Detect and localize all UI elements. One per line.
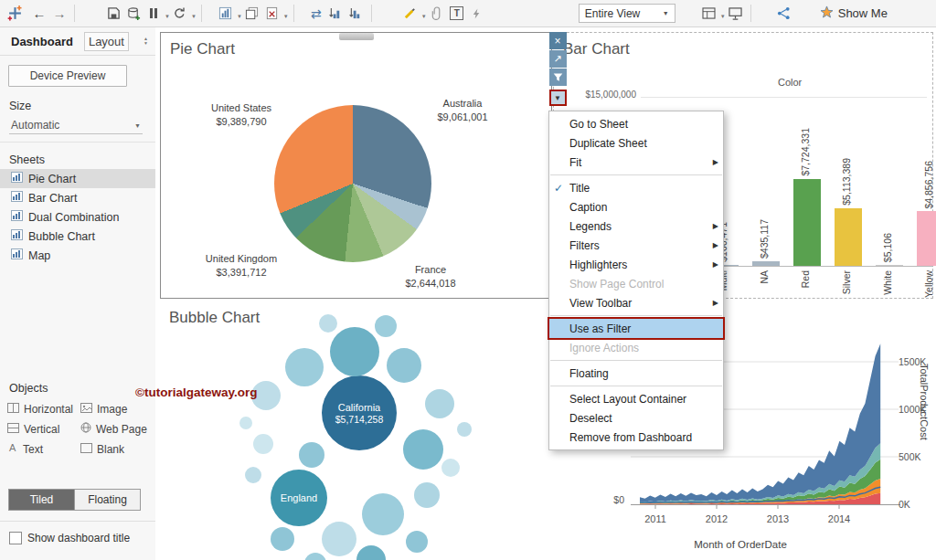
object-item-image[interactable]: Image <box>80 403 147 416</box>
bubble[interactable] <box>285 348 324 386</box>
object-item-text[interactable]: AText <box>7 442 80 456</box>
bubble[interactable] <box>299 442 324 468</box>
share-workbook-button[interactable] <box>774 3 794 25</box>
sheet-list: Pie ChartBar ChartDual CombinationBubble… <box>0 169 155 265</box>
show-me-button[interactable]: Show Me <box>820 5 888 22</box>
pie-chart-panel[interactable]: Pie Chart United States $9,389,790 Austr… <box>160 32 552 299</box>
show-hide-cards-button[interactable] <box>699 3 719 25</box>
size-select[interactable]: Automatic ▼ <box>9 117 143 134</box>
tab-dashboard[interactable]: Dashboard <box>7 33 77 50</box>
bubble[interactable] <box>253 434 273 454</box>
fit-view-select[interactable]: Entire View ▼ <box>579 4 675 23</box>
new-data-source-button[interactable] <box>123 3 144 25</box>
bar-white[interactable] <box>876 265 903 266</box>
bubble[interactable] <box>375 315 397 337</box>
group-members-button[interactable] <box>427 3 447 25</box>
object-item-vertical[interactable]: Vertical <box>7 422 80 436</box>
cards-icon <box>702 7 716 19</box>
menu-item-title[interactable]: ✓Title <box>549 178 723 197</box>
new-worksheet-button[interactable] <box>216 3 236 25</box>
sort-ascending-button[interactable] <box>326 3 346 25</box>
bubble[interactable] <box>322 522 356 556</box>
object-item-blank[interactable]: Blank <box>80 442 147 456</box>
menu-item-go-to-sheet[interactable]: Go to Sheet <box>549 114 723 133</box>
pie-chart[interactable] <box>274 105 431 262</box>
more-options-icon[interactable]: ▼ <box>549 90 567 106</box>
bubble[interactable] <box>245 467 261 483</box>
fix-axes-button[interactable] <box>467 3 487 25</box>
menu-item-remove-from-dashboard[interactable]: Remove from Dashboard <box>549 428 723 447</box>
floating-button[interactable]: Floating <box>75 489 141 511</box>
redo-button[interactable]: → <box>49 3 69 25</box>
menu-item-select-layout-container[interactable]: Select Layout Container <box>549 389 723 408</box>
show-dashboard-title-checkbox[interactable] <box>9 532 22 544</box>
menu-item-deselect[interactable]: Deselect <box>549 408 723 428</box>
clear-sheet-button[interactable] <box>262 3 282 25</box>
area-x-tick: 2012 <box>706 513 728 524</box>
chevron-down-icon[interactable]: ▼ <box>283 14 289 25</box>
bubble-chart-panel[interactable]: Bubble Chart California$5,714,258England <box>160 301 550 560</box>
presentation-mode-button[interactable] <box>726 3 746 25</box>
bubble[interactable] <box>330 327 379 376</box>
swap-rows-columns-button[interactable]: ⇄ <box>306 3 326 25</box>
menu-item-filters[interactable]: Filters▶ <box>549 236 723 255</box>
menu-item-caption[interactable]: Caption <box>549 197 723 217</box>
go-to-sheet-icon[interactable]: ↗ <box>549 50 567 68</box>
highlight-button[interactable] <box>400 3 420 25</box>
run-auto-updates-button[interactable] <box>170 3 190 25</box>
bubble-california[interactable] <box>322 375 397 450</box>
pane-spinner-icon[interactable]: ▲▼ <box>144 37 148 46</box>
bubble[interactable] <box>387 348 421 383</box>
object-item-web-page[interactable]: Web Page <box>80 422 147 436</box>
menu-item-duplicate-sheet[interactable]: Duplicate Sheet <box>549 133 723 153</box>
menu-item-fit[interactable]: Fit▶ <box>549 153 723 172</box>
bubble[interactable] <box>239 417 252 429</box>
sheet-item-pie-chart[interactable]: Pie Chart <box>0 169 155 188</box>
tiled-button[interactable]: Tiled <box>8 489 75 511</box>
bar-silver[interactable] <box>835 208 862 266</box>
device-preview-button[interactable]: Device Preview <box>8 65 127 87</box>
bubble[interactable] <box>304 553 326 560</box>
sheet-item-bubble-chart[interactable]: Bubble Chart <box>0 227 155 246</box>
undo-button[interactable]: ← <box>29 3 49 25</box>
tab-layout[interactable]: Layout <box>84 32 129 51</box>
bubble[interactable] <box>319 314 337 333</box>
remove-sheet-icon[interactable]: × <box>549 32 567 49</box>
pause-auto-updates-button[interactable] <box>144 3 164 25</box>
bubble[interactable] <box>356 545 386 560</box>
bar-yellow[interactable] <box>917 211 936 266</box>
bubble[interactable] <box>441 459 460 477</box>
menu-item-label: Use as Filter <box>569 322 709 335</box>
bubble[interactable] <box>362 493 404 535</box>
bubble[interactable] <box>457 422 472 437</box>
menu-item-view-toolbar[interactable]: View Toolbar▶ <box>549 293 723 312</box>
bar-red[interactable] <box>793 179 821 266</box>
sheet-item-dual-combination[interactable]: Dual Combination <box>0 207 155 227</box>
sheet-item-map[interactable]: Map <box>0 246 155 265</box>
bubble[interactable] <box>406 531 428 553</box>
bar-category-label: NA <box>759 270 770 284</box>
object-item-horizontal[interactable]: Horizontal <box>7 403 80 416</box>
chevron-down-icon[interactable]: ▼ <box>191 14 197 25</box>
filter-icon[interactable] <box>549 69 567 86</box>
bar-value-label: $435,117 <box>759 219 770 259</box>
bubble[interactable] <box>425 389 454 418</box>
save-button[interactable] <box>103 3 123 25</box>
bubble[interactable] <box>414 482 440 508</box>
objects-header: Objects <box>0 382 154 397</box>
show-mark-labels-button[interactable]: T <box>447 3 467 25</box>
data-source-icon <box>127 6 141 21</box>
drag-handle[interactable] <box>339 33 374 40</box>
bubble[interactable] <box>403 429 443 470</box>
menu-item-highlighters[interactable]: Highlighters▶ <box>549 255 723 274</box>
sort-descending-button[interactable] <box>346 3 367 25</box>
sheet-item-bar-chart[interactable]: Bar Chart <box>0 188 155 207</box>
chevron-down-icon: ▼ <box>663 10 669 16</box>
menu-item-use-as-filter[interactable]: Use as Filter <box>549 319 723 338</box>
menu-item-legends[interactable]: Legends▶ <box>549 217 723 236</box>
menu-item-floating[interactable]: Floating <box>549 364 723 383</box>
bar-na[interactable] <box>752 261 780 266</box>
bubble[interactable] <box>271 527 294 551</box>
duplicate-sheet-button[interactable] <box>242 3 262 25</box>
tableau-logo-icon <box>5 5 24 22</box>
